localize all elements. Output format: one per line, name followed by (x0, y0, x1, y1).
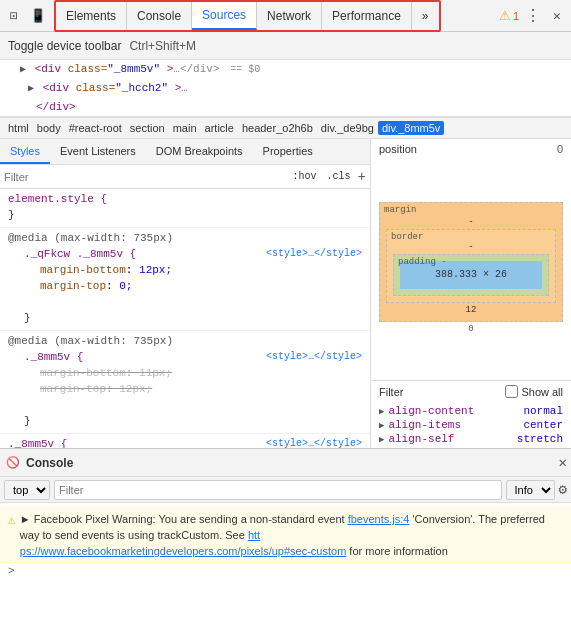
tab-sources[interactable]: Sources (192, 2, 257, 30)
box-model-diagram: margin - border - padding - 388.333 × 26 (379, 202, 563, 334)
computed-prop-align-items: ▶align-items center (379, 418, 563, 432)
close-devtools-button[interactable]: ✕ (547, 6, 567, 26)
tab-performance[interactable]: Performance (322, 2, 412, 30)
tab-more[interactable]: » (412, 2, 439, 30)
breadcrumb-section[interactable]: section (126, 121, 169, 135)
panel-tabs: Styles Event Listeners DOM Breakpoints P… (0, 139, 370, 165)
tab-network[interactable]: Network (257, 2, 322, 30)
styles-filter-input[interactable] (4, 171, 286, 183)
box-model-panel: position 0 margin - border - padding - (371, 139, 571, 448)
border-label: border (391, 232, 423, 242)
tab-elements[interactable]: Elements (56, 2, 127, 30)
computed-filter-row: Filter Show all (371, 380, 571, 402)
console-input-row: > (0, 563, 571, 579)
show-all-label: Show all (521, 386, 563, 398)
dom-line-1[interactable]: ▶ <div class="_8mm5v" >…</div> == $0 (0, 60, 571, 79)
filter-row: :hov .cls + (0, 165, 370, 189)
show-all-input[interactable] (505, 385, 518, 398)
console-warning-text: ► Facebook Pixel Warning: You are sendin… (20, 511, 563, 559)
toolbar-right: ⚠ 1 ⋮ ✕ (499, 6, 567, 26)
warning-triangle-icon: ⚠ (499, 8, 511, 23)
more-options-button[interactable]: ⋮ (523, 6, 543, 26)
style-block-main: ._8mm5v { <style>…</style> -webkit-box-a… (0, 434, 370, 448)
devtools-toolbar: ⊡ 📱 Elements Console Sources Network Per… (0, 0, 571, 32)
console-prompt-icon[interactable]: > (8, 565, 15, 577)
breadcrumb-div-de9bg[interactable]: div._de9bg (317, 121, 378, 135)
fb-doc-link[interactable]: https://www.facebookmarketingdevelopers.… (20, 529, 346, 557)
tooltip-shortcut: Ctrl+Shift+M (129, 39, 196, 53)
main-panel: Styles Event Listeners DOM Breakpoints P… (0, 139, 571, 449)
computed-filter-label: Filter (379, 386, 403, 398)
console-filter-row: top Info ⚙ (0, 477, 571, 503)
expand-arrow-icon-2: ▶ (28, 83, 34, 94)
padding-label: padding - (398, 257, 447, 267)
tab-styles[interactable]: Styles (0, 139, 50, 164)
console-title: Console (26, 456, 73, 470)
console-content: ⚠ ► Facebook Pixel Warning: You are send… (0, 503, 571, 583)
breadcrumb-article[interactable]: article (201, 121, 238, 135)
style-link-2[interactable]: <style>…</style> (266, 349, 362, 365)
console-frame-select[interactable]: top (4, 480, 50, 500)
computed-prop-align-content: ▶align-content normal (379, 404, 563, 418)
tab-event-listeners[interactable]: Event Listeners (50, 139, 146, 164)
breadcrumb-body[interactable]: body (33, 121, 65, 135)
expand-arrow-icon: ▶ (20, 64, 26, 75)
styles-panel: Styles Event Listeners DOM Breakpoints P… (0, 139, 371, 448)
filter-hov-button[interactable]: :hov (290, 170, 320, 183)
breadcrumb: html body #react-root section main artic… (0, 117, 571, 139)
style-block-element: element.style { } (0, 189, 370, 228)
tab-group: Elements Console Sources Network Perform… (54, 0, 441, 32)
breadcrumb-html[interactable]: html (4, 121, 33, 135)
dom-elements-area: ▶ <div class="_8mm5v" >…</div> == $0 ▶ <… (0, 60, 571, 117)
breadcrumb-div-8mm5v[interactable]: div._8mm5v (378, 121, 444, 135)
tooltip-row: Toggle device toolbar Ctrl+Shift+M (0, 32, 571, 60)
breadcrumb-react-root[interactable]: #react-root (65, 121, 126, 135)
fbevents-link[interactable]: fbevents.js:4 (348, 513, 410, 525)
console-toolbar: 🚫 Console ✕ (0, 449, 571, 477)
console-clear-icon[interactable]: 🚫 (4, 454, 22, 472)
device-toolbar-icon[interactable]: 📱 (28, 6, 48, 26)
add-style-button[interactable]: + (358, 169, 366, 185)
warning-count: 1 (513, 10, 519, 22)
inspect-icon[interactable]: ⊡ (4, 6, 24, 26)
margin-box: margin - border - padding - 388.333 × 26 (379, 202, 563, 322)
tab-console[interactable]: Console (127, 2, 192, 30)
computed-prop-align-self: ▶align-self stretch (379, 432, 563, 446)
breadcrumb-header[interactable]: header_o2h6b (238, 121, 317, 135)
dom-line-3: </div> (0, 98, 571, 116)
style-selector[interactable]: element.style { (8, 193, 107, 205)
console-level-select[interactable]: Info (506, 480, 555, 500)
padding-box: padding - 388.333 × 26 (393, 254, 549, 296)
styles-content: element.style { } @media (max-width: 735… (0, 189, 370, 448)
style-block-media-2: @media (max-width: 735px) ._8mm5v { <sty… (0, 331, 370, 434)
dom-line-2[interactable]: ▶ <div class="_hcch2" >… (0, 79, 571, 98)
box-model-container: margin - border - padding - 388.333 × 26 (371, 155, 571, 380)
warning-icon: ⚠ (8, 512, 16, 528)
computed-props: ▶align-content normal ▶align-items cente… (371, 402, 571, 448)
style-link-1[interactable]: <style>…</style> (266, 246, 362, 262)
border-box: border - padding - 388.333 × 26 (386, 229, 556, 303)
console-warning-message: ⚠ ► Facebook Pixel Warning: You are send… (0, 507, 571, 563)
style-link-3[interactable]: <style>…</style> (266, 436, 362, 448)
console-filter-input[interactable] (54, 480, 502, 500)
breadcrumb-main[interactable]: main (169, 121, 201, 135)
console-gear-icon[interactable]: ⚙ (559, 481, 567, 498)
console-panel: 🚫 Console ✕ top Info ⚙ ⚠ ► Facebook Pixe… (0, 449, 571, 583)
warning-badge: ⚠ 1 (499, 8, 519, 23)
tooltip-label: Toggle device toolbar (8, 39, 121, 53)
tab-properties[interactable]: Properties (253, 139, 323, 164)
console-close-button[interactable]: ✕ (559, 454, 567, 471)
toolbar-icons: ⊡ 📱 (4, 6, 48, 26)
filter-cls-button[interactable]: .cls (324, 170, 354, 183)
style-block-media-1: @media (max-width: 735px) ._qFkcw ._8mm5… (0, 228, 370, 331)
tab-dom-breakpoints[interactable]: DOM Breakpoints (146, 139, 253, 164)
show-all-checkbox[interactable]: Show all (505, 385, 563, 398)
box-model-title: position 0 (371, 139, 571, 155)
margin-label: margin (384, 205, 416, 215)
